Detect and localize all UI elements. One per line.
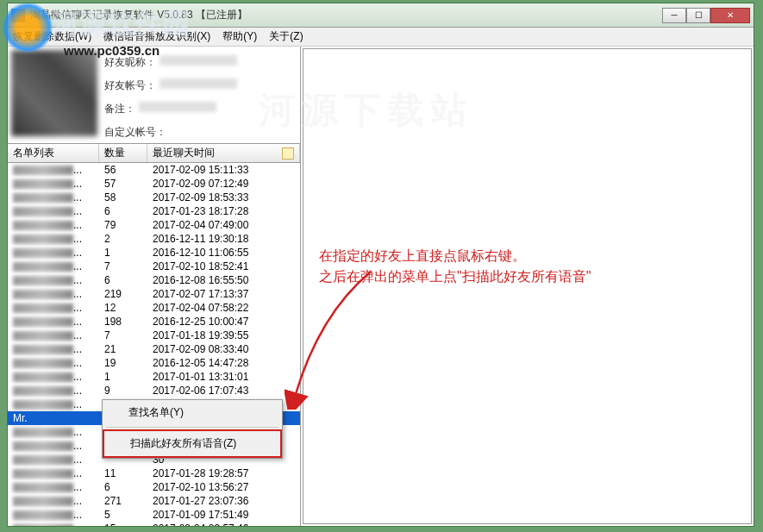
annotation-line2: 之后在弹出的菜单上点"扫描此好友所有语音"	[319, 266, 591, 287]
table-row[interactable]: ...112017-01-28 19:28:57	[8, 466, 300, 480]
avatar	[11, 50, 97, 136]
account-value	[159, 78, 237, 89]
table-row[interactable]: ...12016-12-10 11:06:55	[8, 246, 300, 260]
nickname-label: 好友昵称：	[104, 55, 156, 70]
menu-about[interactable]: 关于(Z)	[269, 29, 303, 44]
ctx-scan-voice[interactable]: 扫描此好友所有语音(Z)	[103, 429, 282, 458]
close-button[interactable]: ✕	[710, 8, 750, 23]
table-row[interactable]: ...62017-01-23 18:17:28	[8, 204, 300, 218]
minimize-button[interactable]: ─	[662, 8, 686, 23]
sort-icon[interactable]	[282, 147, 294, 160]
table-body[interactable]: ...562017-02-09 15:11:33...572017-02-09 …	[8, 163, 300, 526]
maximize-button[interactable]: ☐	[686, 8, 710, 23]
table-row[interactable]: ...62016-12-08 16:55:50	[8, 273, 300, 287]
custom-label: 自定义帐号：	[104, 125, 166, 140]
table-row[interactable]: ...92017-02-06 17:07:43	[8, 384, 300, 397]
table-row[interactable]: ...72017-02-10 18:52:41	[8, 260, 300, 273]
table-row[interactable]: ...152017-02-04 23:57:46	[8, 522, 300, 526]
app-icon	[11, 9, 25, 22]
table-row[interactable]: ...52017-01-09 17:51:49	[8, 508, 300, 522]
table-row[interactable]: ...582017-02-09 18:53:33	[8, 191, 300, 204]
account-label: 好友帐号：	[104, 78, 156, 93]
col-count[interactable]: 数量	[99, 144, 147, 162]
table-header: 名单列表 数量 最近聊天时间	[8, 144, 300, 163]
col-name[interactable]: 名单列表	[8, 144, 99, 162]
col-time[interactable]: 最近聊天时间	[147, 144, 300, 162]
ctx-find[interactable]: 查找名单(Y)	[103, 400, 282, 425]
ctx-separator	[106, 427, 278, 428]
window-title: 淘晶微信聊天记录恢复软件 V5.0.83 【已注册】	[30, 8, 662, 22]
menu-voice[interactable]: 微信语音播放及识别(X)	[103, 29, 210, 44]
table-row[interactable]: ...792017-02-04 07:49:00	[8, 218, 300, 232]
profile-section: 好友昵称： 好友帐号： 备注： 自定义帐号：	[8, 47, 300, 144]
table-row[interactable]: ...12017-01-01 13:31:01	[8, 370, 300, 384]
table-row[interactable]: ...2712017-01-27 23:07:36	[8, 494, 300, 508]
table-row[interactable]: ...212017-02-09 08:33:40	[8, 342, 300, 356]
table-row[interactable]: ...72017-01-18 19:39:55	[8, 329, 300, 342]
nickname-value	[159, 55, 237, 66]
table-row[interactable]: ...62017-02-10 13:56:27	[8, 480, 300, 494]
table-row[interactable]: ...2192017-02-07 17:13:37	[8, 287, 300, 301]
table-row[interactable]: ...562017-02-09 15:11:33	[8, 163, 300, 177]
table-row[interactable]: ...192016-12-05 14:47:28	[8, 356, 300, 370]
table-row[interactable]: ...22016-12-11 19:30:18	[8, 232, 300, 246]
table-row[interactable]: ...572017-02-09 07:12:49	[8, 177, 300, 191]
menubar: 恢复删除数据(W) 微信语音播放及识别(X) 帮助(Y) 关于(Z)	[8, 28, 754, 47]
menu-recover[interactable]: 恢复删除数据(W)	[13, 29, 91, 44]
menu-help[interactable]: 帮助(Y)	[222, 29, 257, 44]
note-value	[139, 102, 216, 112]
annotation-text: 在指定的好友上直接点鼠标右键。 之后在弹出的菜单上点"扫描此好友所有语音"	[319, 246, 591, 287]
context-menu: 查找名单(Y) 扫描此好友所有语音(Z)	[102, 399, 283, 459]
annotation-line1: 在指定的好友上直接点鼠标右键。	[319, 246, 591, 266]
table-row[interactable]: ...122017-02-04 07:58:22	[8, 301, 300, 315]
titlebar[interactable]: 淘晶微信聊天记录恢复软件 V5.0.83 【已注册】 ─ ☐ ✕	[8, 3, 754, 28]
table-row[interactable]: ...1982016-12-25 10:00:47	[8, 315, 300, 329]
note-label: 备注：	[104, 102, 135, 116]
